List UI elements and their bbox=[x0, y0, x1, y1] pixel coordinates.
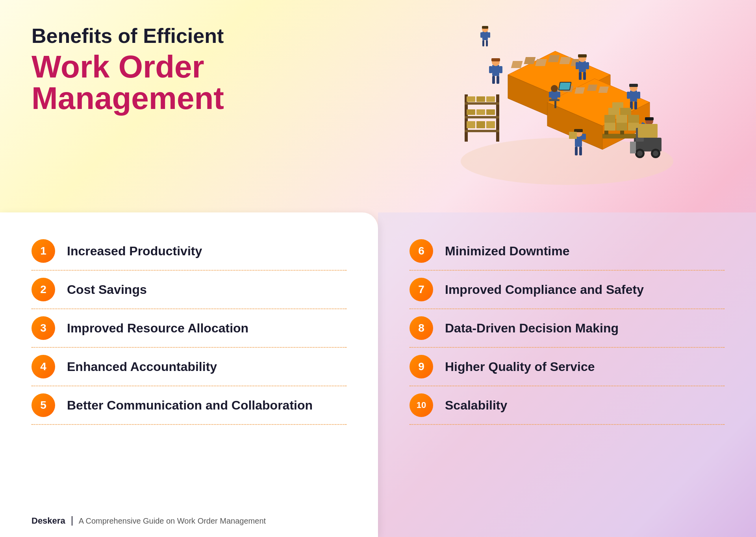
svg-rect-1 bbox=[511, 61, 523, 68]
svg-rect-53 bbox=[476, 121, 485, 128]
warehouse-illustration bbox=[453, 12, 681, 193]
svg-rect-17 bbox=[576, 62, 579, 69]
benefit-text-7: Improved Compliance and Safety bbox=[445, 282, 644, 297]
svg-rect-67 bbox=[612, 102, 623, 108]
badge-1: 1 bbox=[32, 239, 55, 263]
svg-point-85 bbox=[637, 151, 643, 156]
svg-rect-25 bbox=[598, 87, 609, 93]
badge-9: 9 bbox=[410, 355, 433, 378]
benefit-item-4: 4 Enhanced Accountability bbox=[32, 348, 346, 386]
svg-rect-32 bbox=[549, 99, 560, 101]
svg-rect-80 bbox=[575, 147, 578, 155]
badge-3: 3 bbox=[32, 316, 55, 340]
badge-6: 6 bbox=[410, 239, 433, 263]
benefit-text-6: Minimized Downtime bbox=[445, 244, 569, 258]
svg-rect-49 bbox=[467, 109, 475, 115]
benefit-item-2: 2 Cost Savings bbox=[32, 271, 346, 309]
benefit-item-5: 5 Better Communication and Collaboration bbox=[32, 386, 346, 425]
benefit-item-6: 6 Minimized Downtime bbox=[410, 232, 724, 271]
svg-rect-93 bbox=[480, 32, 483, 38]
benefit-text-3: Improved Resource Allocation bbox=[67, 321, 248, 336]
svg-rect-11 bbox=[499, 66, 502, 73]
svg-rect-60 bbox=[616, 123, 627, 131]
badge-7: 7 bbox=[410, 278, 433, 301]
svg-rect-33 bbox=[554, 101, 556, 108]
svg-rect-57 bbox=[620, 131, 624, 135]
badge-8: 8 bbox=[410, 316, 433, 340]
svg-rect-51 bbox=[486, 109, 495, 115]
svg-rect-9 bbox=[491, 58, 500, 61]
benefit-text-4: Enhanced Accountability bbox=[67, 359, 217, 374]
benefit-text-9: Higher Quality of Service bbox=[445, 359, 595, 374]
title-main-line1: Work Order Management bbox=[32, 51, 346, 114]
footer: Deskera A Comprehensive Guide on Work Or… bbox=[32, 516, 266, 526]
top-section: Benefits of Efficient Work Order Managem… bbox=[0, 0, 756, 205]
svg-rect-7 bbox=[492, 65, 499, 76]
svg-point-29 bbox=[551, 85, 558, 92]
svg-rect-5 bbox=[559, 57, 571, 64]
svg-rect-96 bbox=[486, 40, 488, 46]
svg-rect-63 bbox=[616, 115, 627, 123]
title-area: Benefits of Efficient Work Order Managem… bbox=[0, 0, 378, 205]
svg-rect-62 bbox=[604, 115, 615, 123]
svg-rect-64 bbox=[628, 115, 639, 123]
svg-rect-92 bbox=[482, 26, 488, 29]
badge-5: 5 bbox=[32, 393, 55, 417]
benefit-text-10: Scalability bbox=[445, 398, 507, 413]
badge-10: 10 bbox=[410, 393, 433, 417]
footer-brand: Deskera bbox=[32, 516, 65, 526]
svg-rect-56 bbox=[604, 131, 608, 135]
svg-rect-38 bbox=[637, 92, 640, 99]
svg-rect-23 bbox=[574, 87, 585, 94]
svg-rect-30 bbox=[549, 92, 552, 98]
svg-rect-45 bbox=[465, 130, 499, 132]
main-container: Benefits of Efficient Work Order Managem… bbox=[0, 0, 756, 537]
benefit-text-1: Increased Productivity bbox=[67, 244, 202, 258]
svg-rect-34 bbox=[630, 90, 637, 101]
title-subtitle: Benefits of Efficient bbox=[32, 24, 346, 48]
svg-rect-43 bbox=[465, 102, 499, 105]
benefit-text-2: Cost Savings bbox=[67, 282, 147, 297]
svg-rect-12 bbox=[492, 76, 495, 84]
svg-rect-40 bbox=[634, 101, 637, 109]
svg-rect-3 bbox=[535, 59, 547, 66]
svg-rect-77 bbox=[574, 129, 583, 132]
svg-rect-36 bbox=[629, 84, 638, 87]
svg-rect-78 bbox=[569, 132, 577, 139]
right-panel: 6 Minimized Downtime 7 Improved Complian… bbox=[378, 212, 756, 537]
svg-rect-46 bbox=[467, 96, 475, 102]
svg-rect-79 bbox=[582, 134, 586, 140]
svg-rect-70 bbox=[645, 117, 654, 120]
svg-rect-31 bbox=[558, 92, 560, 98]
svg-rect-89 bbox=[638, 124, 658, 138]
svg-rect-81 bbox=[579, 147, 582, 155]
svg-rect-59 bbox=[604, 123, 615, 131]
benefit-item-7: 7 Improved Compliance and Safety bbox=[410, 271, 724, 309]
badge-2: 2 bbox=[32, 278, 55, 301]
benefit-item-1: 1 Increased Productivity bbox=[32, 232, 346, 271]
svg-rect-19 bbox=[579, 72, 582, 80]
svg-rect-20 bbox=[583, 72, 586, 80]
illustration-area bbox=[378, 0, 756, 205]
svg-rect-16 bbox=[578, 54, 587, 57]
svg-rect-66 bbox=[620, 108, 631, 115]
bottom-section: 1 Increased Productivity 2 Cost Savings … bbox=[0, 205, 756, 537]
benefit-item-3: 3 Improved Resource Allocation bbox=[32, 309, 346, 348]
benefit-text-8: Data-Driven Decision Making bbox=[445, 321, 619, 336]
svg-rect-52 bbox=[467, 121, 475, 128]
left-panel: 1 Increased Productivity 2 Cost Savings … bbox=[0, 212, 378, 537]
svg-rect-48 bbox=[486, 96, 495, 102]
svg-rect-2 bbox=[524, 57, 536, 64]
svg-rect-90 bbox=[482, 31, 488, 40]
svg-rect-54 bbox=[486, 121, 495, 128]
svg-rect-24 bbox=[587, 85, 597, 91]
svg-rect-27 bbox=[559, 83, 571, 90]
svg-rect-88 bbox=[630, 142, 636, 153]
benefit-item-9: 9 Higher Quality of Service bbox=[410, 348, 724, 386]
svg-rect-47 bbox=[476, 96, 485, 102]
benefit-item-8: 8 Data-Driven Decision Making bbox=[410, 309, 724, 348]
svg-point-87 bbox=[653, 151, 658, 156]
svg-rect-44 bbox=[465, 116, 499, 118]
svg-rect-14 bbox=[579, 61, 586, 72]
svg-rect-37 bbox=[627, 92, 630, 99]
